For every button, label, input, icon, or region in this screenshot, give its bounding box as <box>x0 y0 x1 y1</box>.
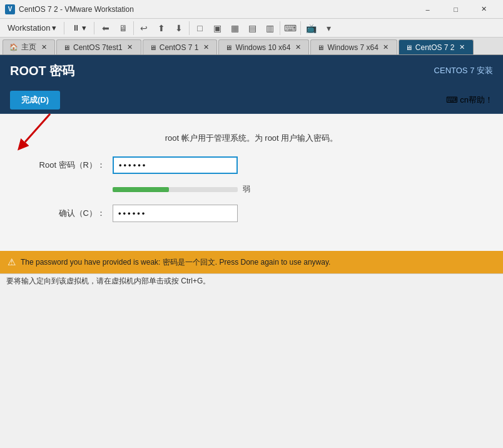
tab-centos71[interactable]: 🖥 CentOS 7 1 ✕ <box>143 39 218 54</box>
form-area: root 帐户用于管理系统。为 root 用户输入密码。 Root 密码（R）：… <box>0 114 503 251</box>
vm-content: ROOT 密码 CENTOS 7 安装 完成(D) ⌨ cn 帮助！ <box>0 55 503 273</box>
tab-win7[interactable]: 🖥 Windows 7 x64 ✕ <box>310 39 397 54</box>
unity-button[interactable]: ▦ <box>226 19 243 37</box>
form-container: root 帐户用于管理系统。为 root 用户输入密码。 Root 密码（R）：… <box>0 114 503 251</box>
keyboard-button[interactable]: ⌨ <box>282 19 299 37</box>
multi-monitor-button[interactable]: ▥ <box>261 19 278 37</box>
done-button[interactable]: 完成(D) <box>10 91 60 109</box>
status-bar: 要将输入定向到该虚拟机，请在虚拟机内部单击或按 Ctrl+G。 <box>0 273 503 288</box>
fullscreen-button[interactable]: ▣ <box>208 19 226 37</box>
warning-text: The password you have provided is weak: … <box>21 257 330 268</box>
vm-icon: 🖥 <box>150 44 156 51</box>
home-icon: 🏠 <box>9 43 18 51</box>
toolbar-separator-4 <box>280 21 280 35</box>
strength-text: 弱 <box>243 184 250 195</box>
confirm-input[interactable] <box>113 205 238 222</box>
close-button[interactable]: ✕ <box>470 0 498 19</box>
vm-icon: 🖥 <box>63 44 70 51</box>
password-label: Root 密码（R）： <box>38 160 113 171</box>
lang-label: cn <box>460 95 469 104</box>
fit-button[interactable]: □ <box>191 19 208 37</box>
confirm-row: 确认（C）： <box>38 205 465 222</box>
tab-close-win10[interactable]: ✕ <box>293 43 302 52</box>
chevron-down-icon: ▾ <box>82 23 86 33</box>
snapshot-manager-button[interactable]: ⬇ <box>170 19 188 37</box>
tab-close-centos71[interactable]: ✕ <box>201 43 210 52</box>
warning-icon: ⚠ <box>8 257 16 268</box>
installer-header: ROOT 密码 CENTOS 7 安装 完成(D) ⌨ cn 帮助！ <box>0 55 503 114</box>
tv-arrow-button[interactable]: ▾ <box>320 19 337 37</box>
vm-icon: 🖥 <box>405 44 412 51</box>
maximize-button[interactable]: □ <box>442 0 470 19</box>
revert-button[interactable]: ⬆ <box>153 19 170 37</box>
tab-bar: 🏠 主页 ✕ 🖥 CentOS 7test1 ✕ 🖥 CentOS 7 1 ✕ … <box>0 38 503 55</box>
right-area: CENTOS 7 安装 <box>434 65 493 76</box>
confirm-label: 确认（C）： <box>38 208 113 219</box>
password-input[interactable] <box>113 156 238 174</box>
chevron-down-icon: ▾ <box>52 23 56 33</box>
tv-button[interactable]: 📺 <box>302 19 320 37</box>
menu-bar: Workstation ▾ ⏸ ▾ ⬅ 🖥 ↩ ⬆ ⬇ □ ▣ ▦ ▤ ▥ ⌨ … <box>0 19 503 38</box>
window-title: CentOS 7 2 - VMware Workstation <box>19 5 414 14</box>
warning-bar: ⚠ The password you have provided is weak… <box>0 251 503 273</box>
vm-icon: 🖥 <box>317 44 324 51</box>
tab-label: 主页 <box>21 42 36 53</box>
tab-win10[interactable]: 🖥 Windows 10 x64 ✕ <box>218 39 309 54</box>
toolbar-separator-5 <box>300 21 301 35</box>
tab-centos7test1[interactable]: 🖥 CentOS 7test1 ✕ <box>56 39 141 54</box>
toolbar-separator-2 <box>133 21 134 35</box>
keyboard-icon: ⌨ <box>446 95 458 104</box>
tab-home[interactable]: 🏠 主页 ✕ <box>3 39 55 54</box>
toolbar-separator-1 <box>94 22 94 34</box>
tab-label: CentOS 7test1 <box>73 43 123 52</box>
page-title: ROOT 密码 <box>10 63 74 79</box>
app-icon: V <box>5 4 15 14</box>
snapshot-button[interactable]: ↩ <box>135 19 153 37</box>
tab-label: CentOS 7 2 <box>415 43 455 52</box>
tab-label: Windows 10 x64 <box>235 43 290 52</box>
workstation-menu[interactable]: Workstation ▾ <box>3 21 61 35</box>
tab-label: Windows 7 x64 <box>327 43 378 52</box>
tab-centos72[interactable]: 🖥 CentOS 7 2 ✕ <box>399 39 474 54</box>
form-description: root 帐户用于管理系统。为 root 用户输入密码。 <box>38 133 465 144</box>
strength-row: 弱 <box>38 184 465 195</box>
sub-header: 完成(D) ⌨ cn 帮助！ <box>0 86 503 114</box>
language-button[interactable]: ⌨ cn <box>446 95 469 104</box>
minimize-button[interactable]: – <box>414 0 442 19</box>
vm-display-button[interactable]: 🖥 <box>114 19 132 37</box>
strength-bar-fill <box>113 187 169 192</box>
view-button[interactable]: ▤ <box>243 19 261 37</box>
toolbar-separator-3 <box>189 21 190 35</box>
title-bar: V CentOS 7 2 - VMware Workstation – □ ✕ <box>0 0 503 19</box>
content-header: ROOT 密码 CENTOS 7 安装 <box>0 55 503 86</box>
vm-icon: 🖥 <box>225 44 232 51</box>
tab-close-centos72[interactable]: ✕ <box>458 43 467 52</box>
send-ctrl-alt-del-button[interactable]: ⬅ <box>97 19 114 37</box>
tab-close-centos7test1[interactable]: ✕ <box>126 43 135 52</box>
window-controls: – □ ✕ <box>414 0 498 19</box>
strength-bar <box>113 187 238 192</box>
password-row: Root 密码（R）： <box>38 156 465 174</box>
help-button[interactable]: 帮助！ <box>469 94 493 106</box>
right-title: CENTOS 7 安装 <box>434 65 493 76</box>
pause-button[interactable]: ⏸ ▾ <box>67 21 91 35</box>
tab-label: CentOS 7 1 <box>160 43 199 52</box>
tab-close-win7[interactable]: ✕ <box>382 43 390 52</box>
tab-close-home[interactable]: ✕ <box>39 43 48 52</box>
status-text: 要将输入定向到该虚拟机，请在虚拟机内部单击或按 Ctrl+G。 <box>6 276 210 287</box>
menu-separator <box>64 22 64 34</box>
